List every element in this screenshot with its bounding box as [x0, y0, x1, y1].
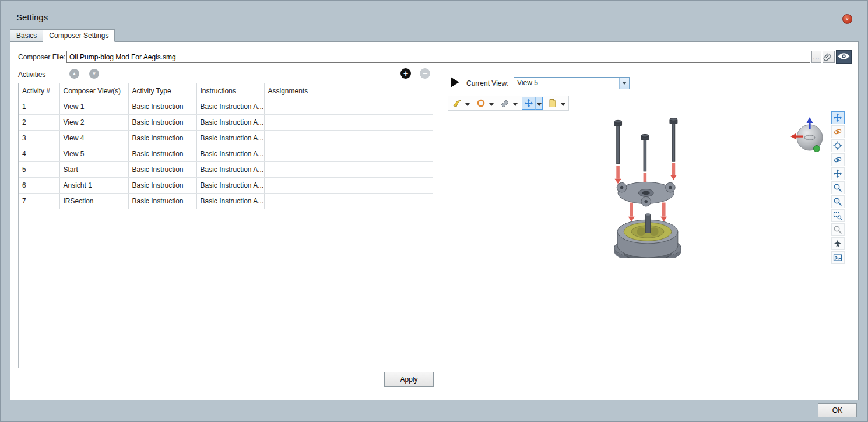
- transform-rotate-button[interactable]: [831, 125, 845, 138]
- tab-bar: Basics Composer Settings: [10, 29, 114, 42]
- combobox-dropdown-button[interactable]: [619, 78, 629, 89]
- current-view-value: View 5: [517, 79, 538, 87]
- cell-activity-num: 5: [19, 161, 59, 177]
- orbit-icon: [833, 155, 842, 164]
- cell-instructions: Basic Instruction A...: [196, 193, 264, 209]
- window-title: Settings: [16, 12, 48, 22]
- oil-pump-assembly-image: [592, 112, 703, 258]
- add-activity-button[interactable]: +: [400, 68, 411, 79]
- transform-move-button[interactable]: [831, 111, 845, 124]
- activity-row[interactable]: 5 Start Basic Instruction Basic Instruct…: [19, 161, 433, 177]
- cell-instructions: Basic Instruction A...: [196, 177, 264, 193]
- activity-row[interactable]: 7 IRSection Basic Instruction Basic Inst…: [19, 193, 433, 209]
- chevron-down-icon: [561, 103, 565, 106]
- cell-composer-view: View 2: [59, 114, 128, 130]
- cell-activity-num: 6: [19, 177, 59, 193]
- divider: [448, 94, 848, 94]
- cell-activity-num: 7: [19, 193, 59, 209]
- chevron-down-icon: [465, 103, 470, 106]
- render-mode-dropdown[interactable]: [487, 97, 495, 110]
- cell-activity-type: Basic Instruction: [128, 177, 196, 193]
- pan-button[interactable]: [831, 167, 845, 180]
- magnifier-button[interactable]: [831, 223, 845, 236]
- cell-instructions: Basic Instruction A...: [196, 99, 264, 114]
- cell-assignments: [264, 193, 433, 209]
- composer-file-input[interactable]: [66, 51, 810, 63]
- transform-scale-icon: [833, 141, 842, 150]
- cell-activity-num: 3: [19, 130, 59, 146]
- move-mode-dropdown[interactable]: [535, 97, 543, 110]
- move-mode-button[interactable]: [522, 97, 535, 110]
- play-button[interactable]: [448, 76, 461, 89]
- cell-composer-view: IRSection: [59, 193, 128, 209]
- down-arrow-icon: ▼: [89, 69, 99, 79]
- cell-activity-num: 4: [19, 146, 59, 161]
- clipping-button[interactable]: [498, 97, 511, 110]
- cell-activity-type: Basic Instruction: [128, 193, 196, 209]
- chevron-down-icon: [513, 103, 518, 106]
- cell-activity-num: 2: [19, 114, 59, 130]
- pan-icon: [833, 169, 842, 178]
- minus-icon: −: [420, 69, 430, 78]
- cell-composer-view: View 1: [59, 99, 128, 114]
- cell-assignments: [264, 130, 433, 146]
- zoom-window-button[interactable]: [831, 209, 845, 222]
- cell-composer-view: View 5: [59, 146, 128, 161]
- markup-button[interactable]: [546, 97, 559, 110]
- render-mode-button[interactable]: [474, 97, 487, 110]
- chevron-down-icon: [622, 82, 627, 85]
- zoom-button[interactable]: [831, 181, 845, 194]
- remove-activity-button[interactable]: −: [420, 68, 430, 79]
- view-style-dropdown[interactable]: [463, 97, 471, 110]
- current-view-combobox[interactable]: View 5: [514, 77, 630, 89]
- markup-icon: [548, 99, 557, 108]
- fly-through-button[interactable]: [831, 237, 845, 250]
- cell-activity-type: Basic Instruction: [128, 146, 196, 161]
- activity-row[interactable]: 6 Ansicht 1 Basic Instruction Basic Inst…: [19, 177, 433, 193]
- markup-dropdown[interactable]: [559, 97, 567, 110]
- cell-activity-num: 1: [19, 99, 59, 114]
- move-mode-icon: [524, 99, 533, 108]
- zoom-icon: [833, 183, 842, 192]
- navigation-toolbar: [831, 111, 845, 264]
- clipping-dropdown[interactable]: [511, 97, 519, 110]
- fly-through-icon: [833, 239, 842, 248]
- col-header-composer-views[interactable]: Composer View(s): [59, 83, 128, 99]
- col-header-instructions[interactable]: Instructions: [196, 83, 264, 99]
- col-header-activity-num[interactable]: Activity #: [19, 83, 59, 99]
- cell-activity-type: Basic Instruction: [128, 161, 196, 177]
- view-compass[interactable]: [789, 115, 831, 157]
- col-header-activity-type[interactable]: Activity Type: [128, 83, 196, 99]
- current-view-label: Current View:: [466, 79, 508, 87]
- preview-button[interactable]: [836, 50, 852, 64]
- y-axis-dot: [814, 146, 820, 152]
- transform-move-icon: [833, 113, 842, 122]
- attach-button[interactable]: [823, 51, 835, 63]
- viewport-3d[interactable]: [440, 111, 858, 400]
- activity-row[interactable]: 4 View 5 Basic Instruction Basic Instruc…: [19, 146, 433, 161]
- close-button[interactable]: ×: [842, 14, 852, 24]
- tab-basics[interactable]: Basics: [10, 29, 43, 41]
- activity-row[interactable]: 3 View 4 Basic Instruction Basic Instruc…: [19, 130, 433, 146]
- activity-row[interactable]: 1 View 1 Basic Instruction Basic Instruc…: [19, 99, 433, 114]
- move-activity-up-button[interactable]: ▲: [69, 69, 79, 79]
- snapshot-button[interactable]: [831, 251, 845, 264]
- pump-housing: [614, 213, 681, 258]
- magnifier-icon: [833, 225, 842, 234]
- cell-instructions: Basic Instruction A...: [196, 130, 264, 146]
- clipping-icon: [500, 99, 509, 108]
- ok-button[interactable]: OK: [818, 403, 857, 417]
- apply-button[interactable]: Apply: [384, 372, 434, 387]
- tab-composer-settings[interactable]: Composer Settings: [43, 29, 115, 42]
- chevron-down-icon: [537, 103, 542, 106]
- transform-scale-button[interactable]: [831, 139, 845, 152]
- zoom-in-button[interactable]: [831, 195, 845, 208]
- browse-button[interactable]: ...: [811, 51, 821, 63]
- move-activity-down-button[interactable]: ▼: [89, 69, 99, 79]
- view-style-button[interactable]: [450, 97, 463, 110]
- cell-activity-type: Basic Instruction: [128, 130, 196, 146]
- col-header-assignments[interactable]: Assignments: [264, 83, 433, 99]
- activity-row[interactable]: 2 View 2 Basic Instruction Basic Instruc…: [19, 114, 433, 130]
- eye-icon: [837, 52, 851, 61]
- orbit-button[interactable]: [831, 153, 845, 166]
